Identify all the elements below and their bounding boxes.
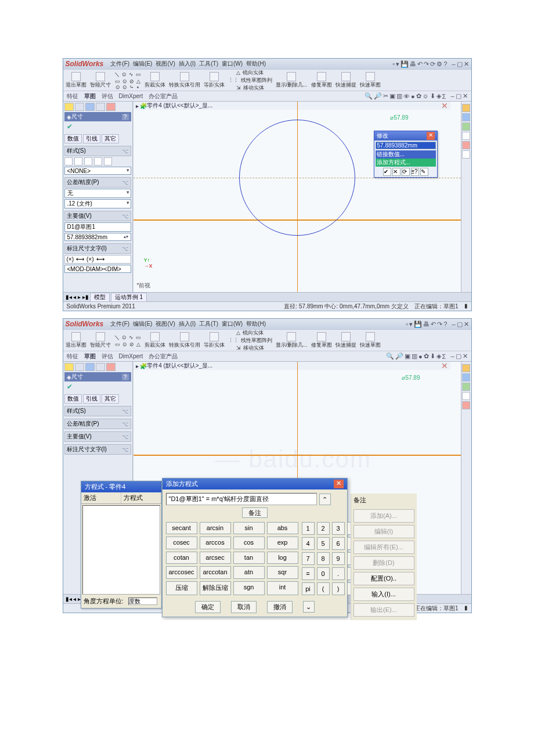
- eq-fn-sqr[interactable]: sqr: [267, 566, 298, 578]
- zoom-area-icon[interactable]: 🔎: [395, 352, 403, 360]
- sketch-tools-group[interactable]: ＼⊙∿▭ ▭⊙⊘△ ⊙⊙⤷٭: [114, 71, 141, 90]
- eq-edit-button[interactable]: 编辑(I): [353, 525, 414, 538]
- tp-file-explorer-icon[interactable]: [462, 383, 470, 391]
- menu-file[interactable]: 文件(F): [110, 320, 129, 328]
- eq-delete-button[interactable]: 删除(D): [353, 556, 414, 570]
- eq-key-0[interactable]: 0: [317, 567, 330, 580]
- doc-min-icon[interactable]: –: [450, 92, 454, 100]
- menu-window[interactable]: 窗口(W): [222, 60, 243, 68]
- mirror-group[interactable]: △镜向实体 ⋮⋮线性草图阵列 ⇲移动实体: [228, 69, 272, 92]
- new-icon[interactable]: ▫: [392, 60, 395, 68]
- eq-fn-cotan[interactable]: cotan: [166, 552, 197, 564]
- menu-window[interactable]: 窗口(W): [222, 320, 243, 328]
- offset-button[interactable]: 等距实体: [204, 72, 225, 89]
- equation-icon[interactable]: Σ: [442, 353, 446, 360]
- view-cube-icon[interactable]: ◈: [436, 92, 441, 100]
- playback-controls[interactable]: ▮◂ ◂ ▸ ▸▮: [66, 294, 89, 300]
- menu-help[interactable]: 帮助(H): [246, 60, 266, 68]
- subtab-leader[interactable]: 引线: [83, 134, 100, 143]
- section-icon[interactable]: ▣: [389, 92, 395, 100]
- eq-fn-atn[interactable]: atn: [233, 566, 265, 578]
- eq-fn-arcsin[interactable]: arcsin: [200, 522, 231, 534]
- eq-key-1[interactable]: 1: [302, 522, 315, 535]
- eq-fn-abs[interactable]: abs: [267, 522, 298, 534]
- repair-button[interactable]: 修复草图: [311, 72, 332, 89]
- eq-add-button[interactable]: 添加(A)...: [353, 509, 414, 523]
- close-icon[interactable]: ✕: [464, 60, 469, 68]
- eq-edit-all-button[interactable]: 编辑所有(E)...: [353, 541, 414, 554]
- eq-key-pi[interactable]: pi: [302, 582, 315, 595]
- pm-tab-dimxpert[interactable]: [96, 363, 105, 371]
- sketch-circle[interactable]: [239, 120, 355, 236]
- tolerance-select[interactable]: 无: [64, 189, 131, 198]
- eq-fn-sin[interactable]: sin: [233, 522, 265, 534]
- menu-view[interactable]: 视图(V): [156, 60, 175, 68]
- modify-spin-icon[interactable]: ✎: [420, 168, 428, 176]
- tp-appearances-icon[interactable]: [462, 401, 470, 409]
- tab-dimxpert[interactable]: DimXpert: [119, 93, 143, 99]
- tp-design-lib-icon[interactable]: [462, 113, 470, 121]
- menu-tools[interactable]: 工具(T): [199, 60, 218, 68]
- tab-feature[interactable]: 特征: [67, 352, 78, 361]
- rapid-sketch-button[interactable]: 快速草图: [360, 72, 381, 89]
- eq-unit-field[interactable]: [128, 597, 157, 605]
- zoom-fit-icon[interactable]: 🔍: [365, 92, 373, 100]
- modify-add-equation[interactable]: 添加方程式...: [376, 159, 436, 167]
- style-ico-5[interactable]: [104, 157, 112, 165]
- tp-view-palette-icon[interactable]: [462, 132, 470, 140]
- print-icon[interactable]: 🖶: [410, 60, 416, 68]
- modify-close-icon[interactable]: ✕: [427, 132, 435, 140]
- eq-fn-arccosec[interactable]: arccosec: [166, 566, 197, 578]
- tab-eval[interactable]: 评估: [102, 352, 113, 361]
- exit-sketch-button[interactable]: 退出草图: [66, 72, 86, 89]
- rebuild-icon[interactable]: ⟳: [430, 60, 435, 68]
- dim-value-field[interactable]: 57.8893882mm: [64, 233, 131, 241]
- eq-fn-解除压缩[interactable]: 解除压缩: [200, 581, 231, 595]
- tab-feature[interactable]: 特征: [67, 92, 78, 100]
- section-icon[interactable]: ▣: [405, 352, 410, 360]
- eq-ok-button[interactable]: 确定: [195, 601, 221, 613]
- subtab-value[interactable]: 数值: [64, 394, 82, 404]
- section-tolerance[interactable]: 公差/精度(P)⌥: [64, 177, 131, 188]
- tab-eval[interactable]: 评估: [102, 92, 113, 100]
- pm-tab-display[interactable]: [106, 103, 116, 111]
- eq-cancel-button[interactable]: 取消: [231, 601, 257, 613]
- eq-key-2[interactable]: 2: [317, 522, 330, 535]
- undo-icon[interactable]: ↶: [431, 321, 436, 328]
- convert-button[interactable]: 转换实体引用: [169, 72, 200, 89]
- pm-tab-config[interactable]: [85, 103, 95, 111]
- eq-key-.[interactable]: .: [332, 567, 345, 580]
- dim-text-field[interactable]: <MOD-DIAM><DIM>: [64, 265, 131, 273]
- open-icon[interactable]: ▾: [409, 321, 413, 328]
- scene-icon[interactable]: ✿: [424, 352, 429, 360]
- eq-fn-sgn[interactable]: sgn: [233, 581, 265, 595]
- tab-office[interactable]: 办公室产品: [149, 352, 178, 361]
- eq-key-6[interactable]: 6: [332, 537, 345, 550]
- quick-snap-button[interactable]: 快速捕捉: [335, 332, 356, 349]
- status-unit-icon[interactable]: ▮: [464, 303, 468, 311]
- pm-help-icon[interactable]: ?: [122, 114, 129, 120]
- style-select[interactable]: <NONE>: [64, 167, 131, 175]
- appearance-icon[interactable]: ●: [411, 93, 415, 100]
- text-prefix-row[interactable]: (×)⟷(×)⟷: [64, 255, 131, 264]
- modify-cancel-icon[interactable]: ✕: [392, 168, 400, 176]
- doc-max-icon[interactable]: ▢: [456, 92, 461, 100]
- convert-button[interactable]: 转换实体引用: [169, 332, 200, 349]
- tp-design-lib-icon[interactable]: [462, 373, 470, 381]
- close-sketch-icon[interactable]: ✕: [441, 102, 448, 110]
- eq-fn-tan[interactable]: tan: [233, 552, 265, 564]
- section-text[interactable]: 标注尺寸文字(I)⌥: [64, 444, 131, 455]
- precision-select[interactable]: .12 (文件): [64, 199, 131, 208]
- pm-tab-pm[interactable]: [75, 103, 84, 111]
- pm-tab-feature[interactable]: [64, 103, 74, 111]
- redo-icon[interactable]: ↷: [437, 321, 442, 328]
- maximize-icon[interactable]: ▢: [457, 321, 463, 328]
- eq-fn-cosec[interactable]: cosec: [166, 537, 197, 549]
- section-tolerance[interactable]: 公差/精度(P)⌥: [64, 419, 131, 429]
- close-sketch-icon[interactable]: ✕: [441, 362, 448, 370]
- show-hide-button[interactable]: 显示/删除几...: [276, 332, 308, 349]
- pm-tab-config[interactable]: [85, 363, 95, 371]
- style-ico-1[interactable]: [64, 157, 73, 165]
- eq-key-8[interactable]: 8: [317, 552, 330, 565]
- doc-close-icon[interactable]: ✕: [463, 352, 468, 360]
